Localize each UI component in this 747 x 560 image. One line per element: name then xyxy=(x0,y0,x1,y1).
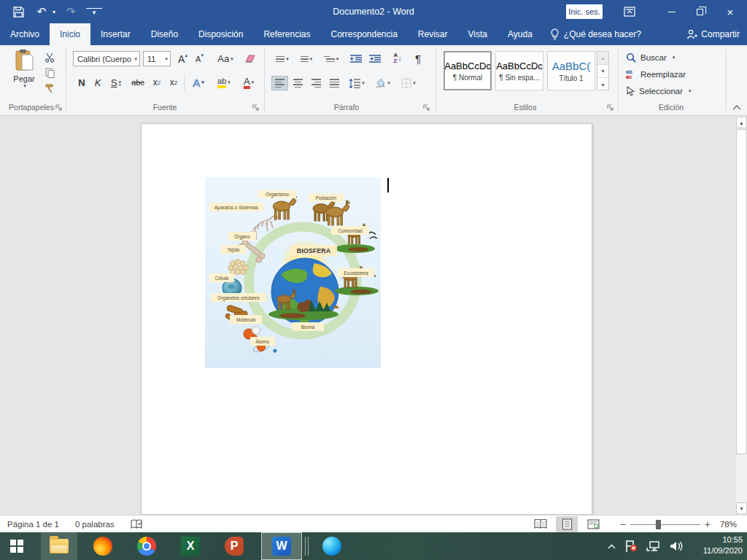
zoom-slider-track[interactable] xyxy=(630,524,700,525)
font-dialog-launcher-icon[interactable] xyxy=(252,104,260,112)
sign-in-button[interactable]: Inic. ses. xyxy=(566,4,603,19)
taskbar-excel[interactable]: X xyxy=(171,532,210,560)
style-normal[interactable]: AaBbCcDc ¶ Normal xyxy=(444,51,492,90)
align-center-button[interactable] xyxy=(290,76,306,90)
taskbar-chrome[interactable] xyxy=(127,532,166,560)
select-button[interactable]: Seleccionar ▾ xyxy=(626,86,692,96)
tab-inicio[interactable]: Inicio xyxy=(50,23,90,45)
zoom-level[interactable]: 78% xyxy=(720,516,737,533)
subscript-button[interactable]: x2 xyxy=(149,74,165,90)
restore-button[interactable] xyxy=(689,0,711,23)
highlight-button[interactable]: ab ▾ xyxy=(212,74,236,90)
show-marks-button[interactable]: ¶ xyxy=(410,50,426,66)
web-layout-button[interactable] xyxy=(582,516,604,532)
word-count[interactable]: 0 palabras xyxy=(75,520,115,529)
justify-button[interactable] xyxy=(326,76,343,90)
tab-diseno[interactable]: Diseño xyxy=(141,23,188,45)
tab-referencias[interactable]: Referencias xyxy=(253,23,320,45)
zoom-slider-thumb[interactable] xyxy=(656,520,661,529)
minimize-button[interactable] xyxy=(661,0,683,23)
scrollbar-down-icon[interactable]: ▼ xyxy=(736,502,747,514)
borders-button[interactable]: ▾ xyxy=(397,76,420,90)
taskbar-powerpoint[interactable]: P xyxy=(214,532,254,560)
style-heading1[interactable]: AaBbC( Título 1 xyxy=(547,51,595,90)
styles-scroll-down-icon[interactable]: ▼ xyxy=(597,65,608,78)
taskbar-clock[interactable]: 10:55 11/09/2020 xyxy=(686,534,743,556)
clipboard-dialog-launcher-icon[interactable] xyxy=(55,104,63,112)
decrease-indent-button[interactable] xyxy=(347,52,365,66)
zoom-in-button[interactable]: + xyxy=(705,516,711,533)
ribbon-display-options-icon[interactable] xyxy=(619,0,640,23)
bold-button[interactable]: N xyxy=(74,74,89,90)
text-effects-button[interactable]: A▾ xyxy=(187,74,210,90)
tell-me-box[interactable]: ¿Qué desea hacer? xyxy=(543,23,649,45)
style-no-spacing[interactable]: AaBbCcDc ¶ Sin espa... xyxy=(495,51,543,90)
tray-expand-icon[interactable] xyxy=(608,544,616,549)
redo-button[interactable]: ↷ xyxy=(63,4,79,20)
italic-button[interactable]: K xyxy=(90,74,105,90)
find-button[interactable]: Buscar ▾ xyxy=(626,52,675,63)
proofing-icon[interactable] xyxy=(131,519,143,530)
read-mode-button[interactable] xyxy=(530,516,551,532)
tab-disposicion[interactable]: Disposición xyxy=(188,23,253,45)
scrollbar-up-icon[interactable]: ▲ xyxy=(736,117,747,128)
styles-dialog-launcher-icon[interactable] xyxy=(607,104,614,112)
superscript-button[interactable]: x2 xyxy=(166,74,182,90)
line-spacing-button[interactable]: ▾ xyxy=(346,76,368,90)
start-button[interactable] xyxy=(0,532,34,560)
paste-button[interactable]: Pegar ▾ xyxy=(7,49,41,100)
vertical-scrollbar[interactable]: ▲ ▼ xyxy=(735,116,747,515)
taskbar-firefox[interactable] xyxy=(83,532,123,560)
align-right-button[interactable] xyxy=(308,76,325,90)
cut-button[interactable] xyxy=(42,51,57,64)
share-button[interactable]: Compartir xyxy=(686,23,740,45)
copy-button[interactable] xyxy=(42,66,57,79)
styles-gallery-more-icon[interactable]: ▼ xyxy=(597,78,608,91)
font-size-combobox[interactable]: 11 ▾ xyxy=(143,51,171,66)
collapse-ribbon-button[interactable] xyxy=(732,104,741,112)
paragraph-dialog-launcher-icon[interactable] xyxy=(423,104,430,112)
tab-archivo[interactable]: Archivo xyxy=(0,23,50,45)
shrink-font-button[interactable]: A▾ xyxy=(192,51,207,66)
format-painter-button[interactable] xyxy=(42,82,57,95)
tab-ayuda[interactable]: Ayuda xyxy=(498,23,543,45)
increase-indent-button[interactable] xyxy=(366,52,384,66)
label-atomo: Átomo xyxy=(256,338,270,344)
font-color-button[interactable]: A ▾ xyxy=(238,74,260,90)
change-case-button[interactable]: Aa▾ xyxy=(213,51,238,66)
tab-vista[interactable]: Vista xyxy=(458,23,498,45)
action-center-flag-icon[interactable] xyxy=(624,540,638,553)
underline-button[interactable]: S▾ xyxy=(106,74,126,90)
taskbar-file-explorer[interactable] xyxy=(41,532,77,560)
scrollbar-thumb[interactable] xyxy=(736,129,747,454)
strikethrough-button[interactable]: abc xyxy=(128,74,147,90)
title-bar[interactable]: ↶ ▾ ↷ ▾ Documento2 - Word Inic. ses. × xyxy=(0,0,747,23)
network-icon[interactable] xyxy=(646,540,661,552)
page-count[interactable]: Página 1 de 1 xyxy=(7,520,59,529)
styles-scroll-up-icon[interactable]: ▲ xyxy=(597,52,608,65)
font-name-combobox[interactable]: Calibri (Cuerpo ▾ xyxy=(73,51,140,66)
shading-button[interactable]: ▾ xyxy=(371,76,394,90)
tab-insertar[interactable]: Insertar xyxy=(90,23,141,45)
align-left-button[interactable] xyxy=(271,76,288,90)
print-layout-button[interactable] xyxy=(556,516,578,532)
undo-dropdown-arrow-icon[interactable]: ▾ xyxy=(53,9,55,15)
save-icon[interactable] xyxy=(10,4,26,20)
tab-correspondencia[interactable]: Correspondencia xyxy=(320,23,407,45)
numbering-button[interactable]: ▾ xyxy=(295,52,317,66)
customize-qat-icon[interactable]: ▾ xyxy=(86,8,102,15)
grow-font-button[interactable]: A▴ xyxy=(175,51,190,66)
tab-revisar[interactable]: Revisar xyxy=(408,23,458,45)
biosfera-figure[interactable]: Organismo Población Aparatos o Sistemas … xyxy=(205,177,381,368)
taskbar-word[interactable]: W xyxy=(261,532,302,560)
replace-button[interactable]: ab ac Reemplazar xyxy=(626,69,686,79)
taskbar-edge[interactable] xyxy=(312,532,352,560)
clear-formatting-button[interactable] xyxy=(242,51,258,66)
undo-button[interactable]: ↶ xyxy=(34,4,50,20)
bullets-button[interactable]: ▾ xyxy=(271,52,293,66)
multilevel-list-button[interactable]: ▾ xyxy=(320,52,343,66)
sort-button[interactable]: AZ ↓ xyxy=(388,50,407,66)
close-button[interactable]: × xyxy=(719,0,741,23)
zoom-out-button[interactable]: − xyxy=(620,516,626,533)
volume-icon[interactable] xyxy=(670,540,683,552)
